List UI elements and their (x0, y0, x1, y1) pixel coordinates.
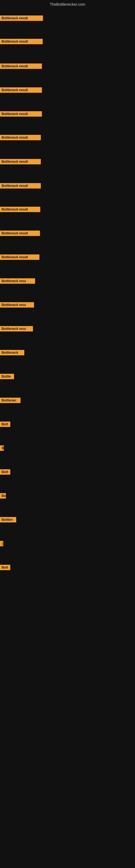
bottleneck-badge-8: Bottleneck result (0, 207, 40, 212)
bottleneck-badge-4: Bottleneck result (0, 111, 42, 117)
bottleneck-badge-16: Bottlenec (0, 398, 20, 403)
bottleneck-badge-11: Bottleneck resu (0, 278, 35, 284)
bottleneck-badge-13: Bottleneck resu (0, 326, 33, 332)
bottleneck-badge-21: Bottlen (0, 517, 16, 522)
site-title: TheBottlenecker.com (0, 2, 135, 6)
bottleneck-badge-14: Bottleneck (0, 350, 24, 355)
bottleneck-badge-22: | (0, 541, 3, 546)
bottleneck-badge-17: Bott (0, 422, 10, 427)
bottleneck-badge-0: Bottleneck result (0, 16, 43, 21)
bottleneck-badge-19: Bott (0, 469, 10, 475)
bottleneck-badge-6: Bottleneck result (0, 159, 41, 164)
bottleneck-badge-23: Bott (0, 565, 10, 570)
bottleneck-badge-12: Bottleneck resu (0, 302, 34, 308)
bottleneck-badge-9: Bottleneck result (0, 230, 40, 236)
bottleneck-badge-10: Bottleneck result (0, 254, 39, 260)
bottleneck-badge-3: Bottleneck result (0, 87, 42, 93)
bottleneck-badge-7: Bottleneck result (0, 183, 41, 188)
bottleneck-badge-5: Bottleneck result (0, 135, 41, 140)
bottleneck-badge-18: B (0, 445, 4, 451)
bottleneck-badge-20: Bo (0, 493, 6, 499)
bottleneck-badge-1: Bottleneck result (0, 39, 43, 44)
bottleneck-badge-15: Bottle (0, 374, 14, 379)
bottleneck-badge-2: Bottleneck result (0, 63, 42, 69)
